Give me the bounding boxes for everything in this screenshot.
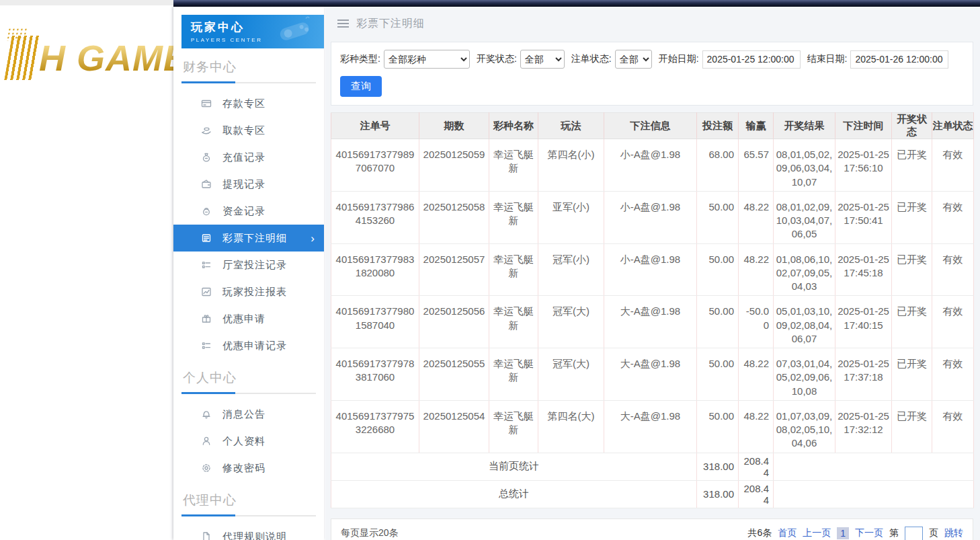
summary-empty: [774, 453, 974, 480]
sidebar-item-announcements[interactable]: 消息公告: [173, 401, 324, 428]
sidebar-item-recharge-records[interactable]: 充值记录: [173, 144, 324, 171]
table-row: 40156917377978381706020250125055幸运飞艇新冠军(…: [331, 348, 974, 401]
hand-money-icon: [200, 125, 212, 136]
cell-period: 20250125054: [419, 400, 489, 453]
sidebar-item-profile[interactable]: 个人资料: [173, 428, 324, 455]
cell-order-status: 有效: [932, 191, 974, 243]
bank-card-icon: [200, 98, 212, 109]
section-divider: [181, 393, 316, 394]
sidebar-item-deposit-zone[interactable]: 存款专区: [173, 90, 324, 117]
sidebar-sections: 财务中心存款专区取款专区充值记录提现记录资金记录彩票下注明细›厅室投注记录玩家投…: [173, 48, 324, 540]
filter-row: 彩种类型: 全部彩种 开奖状态: 全部 注单状态: 全部 开始日期: 结束日期:: [340, 50, 964, 69]
sidebar-item-lottery-bet-details[interactable]: 彩票下注明细›: [173, 225, 324, 252]
page-jump-input[interactable]: [905, 527, 923, 540]
sidebar-item-label: 代理规则说明: [222, 531, 287, 540]
sidebar-item-promo-apply[interactable]: 优惠申请: [173, 305, 324, 332]
sidebar-item-withdraw-zone[interactable]: 取款专区: [173, 117, 324, 144]
cell-draw-result: 08,01,05,02,09,06,03,04,10,07: [774, 139, 835, 192]
cell-bet-amount: 50.00: [697, 191, 739, 243]
sidebar-item-promo-apply-records[interactable]: 优惠申请记录: [173, 332, 324, 359]
cell-bet-info: 小-A盘@1.98: [604, 139, 697, 192]
cell-win-lose: 65.57: [739, 139, 774, 192]
sidebar-header: 玩家中心 PLAYERS CENTER: [181, 15, 324, 48]
summary-winlose-total: 208.44: [739, 453, 774, 480]
cell-lottery-name: 幸运飞艇新: [489, 296, 538, 348]
records-icon: [200, 260, 212, 270]
lottery-type-select[interactable]: 全部彩种: [384, 50, 470, 69]
cell-lottery-name: 幸运飞艇新: [489, 243, 538, 296]
table-header-row: 注单号期数彩种名称玩法下注信息投注额输赢开奖结果下注时间开奖状态注单状态: [331, 113, 974, 139]
lottery-type-label: 彩种类型:: [340, 53, 380, 65]
sidebar-item-change-password[interactable]: 修改密码: [173, 455, 324, 481]
cell-bet-amount: 50.00: [697, 400, 739, 453]
cell-bet-amount: 50.00: [697, 348, 739, 401]
cell-order-status: 有效: [932, 348, 974, 401]
sidebar-item-withdraw-records[interactable]: 提现记录: [173, 171, 324, 198]
jump-link[interactable]: 跳转: [944, 527, 963, 539]
cell-order-status: 有效: [932, 243, 974, 296]
bet-table-panel: 注单号期数彩种名称玩法下注信息投注额输赢开奖结果下注时间开奖状态注单状态4015…: [331, 112, 973, 508]
cell-win-lose: 48.22: [739, 191, 774, 243]
end-date-input[interactable]: [850, 50, 948, 69]
bell-icon: [200, 409, 212, 420]
cell-period: 20250125055: [419, 348, 489, 401]
col-lottery-name: 彩种名称: [489, 113, 538, 139]
logo: H GAME: [0, 26, 173, 90]
cell-bet-time: 2025-01-25 17:32:12: [835, 400, 892, 453]
cell-bet-time: 2025-01-25 17:50:41: [835, 191, 892, 243]
menu-toggle-icon[interactable]: [337, 17, 349, 30]
sidebar-item-label: 彩票下注明细: [222, 232, 287, 245]
sidebar-item-label: 厅室投注记录: [222, 259, 287, 272]
cell-bet-time: 2025-01-25 17:37:18: [835, 348, 892, 401]
bet-table: 注单号期数彩种名称玩法下注信息投注额输赢开奖结果下注时间开奖状态注单状态4015…: [331, 112, 974, 508]
cell-order-no: 401569173779753226680: [331, 400, 419, 453]
cell-period: 20250125057: [419, 243, 489, 296]
sidebar-item-label: 玩家投注报表: [222, 286, 287, 299]
cell-win-lose: 48.22: [739, 348, 774, 401]
order-status-select[interactable]: 全部: [615, 50, 652, 69]
next-page-link[interactable]: 下一页: [855, 527, 883, 539]
sidebar-item-agent-rules[interactable]: 代理规则说明: [173, 523, 324, 540]
summary-label: 总统计: [331, 480, 697, 508]
summary-empty: [774, 480, 974, 508]
records-icon: [200, 340, 212, 351]
gift-icon: [200, 313, 212, 324]
cell-lottery-name: 幸运飞艇新: [489, 400, 538, 453]
sidebar-item-funds-records[interactable]: 资金记录: [173, 198, 324, 225]
prev-page-link[interactable]: 上一页: [803, 527, 831, 539]
summary-bet-total: 318.00: [697, 453, 739, 480]
draw-status-select[interactable]: 全部: [520, 50, 565, 69]
cell-bet-amount: 50.00: [697, 243, 739, 296]
cell-win-lose: 48.22: [739, 243, 774, 296]
top-navy-bar: [173, 0, 980, 7]
cell-bet-info: 大-A盘@1.98: [604, 348, 697, 401]
logo-mark-icon: [4, 36, 42, 80]
cell-draw-result: 08,01,02,09,10,03,04,07,06,05: [774, 191, 835, 243]
start-date-input[interactable]: [702, 50, 801, 69]
cell-draw-status: 已开奖: [892, 400, 932, 453]
col-draw-status: 开奖状态: [892, 113, 932, 139]
cell-period: 20250125058: [419, 191, 489, 243]
draw-status-label: 开奖状态:: [477, 53, 517, 65]
main-content: 彩票下注明细 彩种类型: 全部彩种 开奖状态: 全部 注单状态: 全部 开始日期…: [325, 7, 980, 540]
search-button[interactable]: 查询: [340, 76, 382, 97]
cell-bet-amount: 68.00: [697, 139, 739, 192]
sidebar-item-hall-bet-records[interactable]: 厅室投注记录: [173, 252, 324, 278]
order-status-label: 注单状态:: [571, 53, 612, 65]
sidebar-item-label: 充值记录: [222, 151, 266, 164]
col-order-status: 注单状态: [932, 113, 974, 139]
cell-bet-info: 大-A盘@1.98: [604, 400, 697, 453]
cell-draw-result: 01,07,03,09,08,02,05,10,04,06: [774, 400, 835, 453]
cell-order-no: 401569173779897067070: [331, 139, 419, 192]
section-title: 财务中心: [173, 48, 324, 76]
first-page-link[interactable]: 首页: [778, 527, 797, 539]
jump-label-prefix: 第: [889, 527, 899, 539]
end-date-label: 结束日期:: [807, 53, 848, 65]
cell-order-no: 401569173779864153260: [331, 191, 419, 243]
cell-play-type: 冠军(大): [538, 296, 604, 348]
table-row: 40156917377975322668020250125054幸运飞艇新第四名…: [331, 400, 974, 453]
cell-play-type: 第四名(小): [538, 139, 604, 192]
cell-bet-info: 小-A盘@1.98: [604, 243, 697, 296]
sidebar-item-player-bet-report[interactable]: 玩家投注报表: [173, 278, 324, 305]
sidebar-item-label: 消息公告: [222, 408, 266, 421]
